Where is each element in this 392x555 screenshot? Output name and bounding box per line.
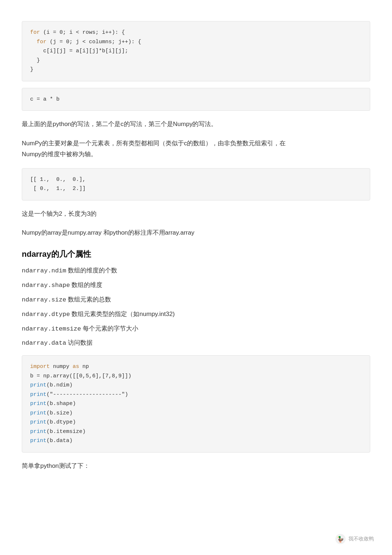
paragraph-array-note: Numpy的array是numpy.array 和python的标注库不用arr… [22,227,370,239]
attr-itemsize: ndarray.itemsize 每个元素的字节大小 [22,324,370,335]
code-block-numpy-example: import numpy as np b = np.array([[0,5,6]… [22,355,370,453]
code-block-c-equals: c = a * b [22,88,370,111]
attr-dtype: ndarray.dtype 数组元素类型的指定（如numpy.int32) [22,309,370,320]
paragraph-python-test: 简单拿python测试了下： [22,461,370,472]
code-block-for-loop: for (i = 0; i < rows; i++): { for (j = 0… [22,21,370,81]
watermark: 🦆 我不收敛鸭 [335,534,374,544]
paragraph-axis: 这是一个轴为2，长度为3的 [22,208,370,220]
paragraph-python-c-numpy: 最上面的是python的写法，第二个是c的写法，第三个是Numpy的写法。 [22,119,370,130]
attr-size: ndarray.size 数组元素的总数 [22,295,370,305]
code-block-matrix: [[ 1., 0., 0.], [ 0., 1., 2.]] [22,168,370,200]
attr-shape: ndarray.shape 数组的维度 [22,280,370,291]
watermark-icon: 🦆 [335,534,346,544]
section-title-ndarray: ndarray的几个属性 [22,249,370,260]
watermark-text: 我不收敛鸭 [348,536,374,542]
paragraph-numpy-intro: NumPy的主要对象是一个元素表，所有类型都相同（类似于c的数组），由非负整数元… [22,138,370,160]
attr-data: ndarray.data 访问数据 [22,338,370,349]
attr-ndim: ndarray.ndim 数组的维度的个数 [22,266,370,276]
